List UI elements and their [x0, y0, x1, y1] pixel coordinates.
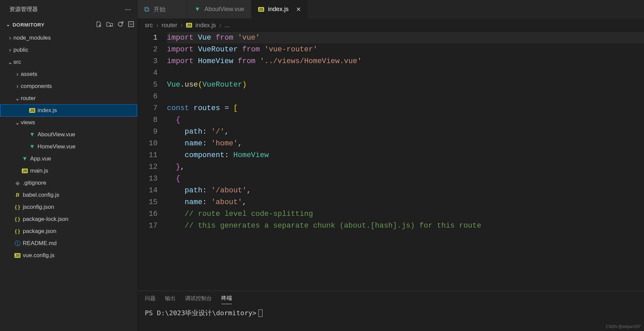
watermark: CSDN @wdyan297 [606, 324, 641, 329]
tree-folder[interactable]: ›components [0, 80, 137, 92]
tree-folder[interactable]: ⌄router [0, 92, 137, 104]
tree-file[interactable]: { }jsconfig.json [0, 201, 137, 213]
code-line[interactable]: import VueRouter from 'vue-router' [167, 44, 644, 55]
code-line[interactable]: path: '/', [167, 126, 644, 138]
vscode-icon: ⧉ [144, 5, 150, 14]
tree-item-label: README.md [23, 240, 57, 247]
tree-folder[interactable]: ›node_modules [0, 32, 137, 44]
breadcrumb-seg[interactable]: ... [225, 22, 230, 29]
panel-tab[interactable]: 问题 [145, 293, 156, 304]
tree-item-label: babel.config.js [23, 192, 59, 198]
breadcrumb-seg[interactable]: src [145, 22, 153, 29]
panel-tab[interactable]: 终端 [221, 293, 232, 304]
tree-item-label: package.json [23, 228, 56, 235]
sidebar-title: 资源管理器 [9, 5, 38, 13]
tree-item-label: main.js [30, 168, 48, 174]
tab-label: AboutView.vue [204, 6, 244, 13]
new-file-icon[interactable] [96, 21, 102, 29]
code-editor[interactable]: 1234567891011121314151617 import Vue fro… [137, 32, 644, 291]
collapse-icon[interactable] [128, 21, 134, 29]
chevron-right-icon: › [14, 71, 21, 78]
tree-file[interactable]: ▼App.vue [0, 153, 137, 165]
editor-main: ⧉开始▼AboutView.vueJSindex.js✕ src › route… [137, 0, 644, 331]
code-line[interactable]: import Vue from 'vue' [167, 32, 644, 44]
vue-icon: ▼ [194, 6, 200, 13]
breadcrumb-seg[interactable]: index.js [195, 22, 216, 29]
tree-item-label: src [13, 59, 21, 65]
line-gutter: 1234567891011121314151617 [137, 32, 167, 291]
chevron-down-icon: ⌄ [7, 59, 13, 66]
tree-item-label: router [21, 95, 36, 102]
code-line[interactable]: path: '/about', [167, 185, 644, 196]
panel-tab[interactable]: 调试控制台 [185, 293, 212, 304]
file-tree: ›node_modules›public⌄src›assets›componen… [0, 31, 137, 331]
code-area[interactable]: import Vue from 'vue'import VueRouter fr… [167, 32, 644, 291]
tree-file[interactable]: { }package-lock.json [0, 213, 137, 225]
editor-tabs: ⧉开始▼AboutView.vueJSindex.js✕ [137, 0, 644, 18]
code-line[interactable]: { [167, 114, 644, 126]
js-icon: JS [186, 23, 192, 28]
tree-folder[interactable]: ›public [0, 44, 137, 56]
sidebar-more-icon[interactable]: ··· [125, 5, 131, 14]
chevron-down-icon: ⌄ [6, 21, 11, 28]
tree-item-label: App.vue [30, 155, 51, 162]
tree-item-label: index.js [38, 107, 57, 114]
chevron-right-icon: › [181, 22, 183, 29]
tree-item-label: assets [21, 71, 37, 78]
tree-file[interactable]: ▼HomeView.vue [0, 141, 137, 153]
tree-file[interactable]: JSmain.js [0, 165, 137, 177]
tree-item-label: .gitignore [23, 180, 46, 186]
panel-tab[interactable]: 输出 [165, 293, 176, 304]
tab-label: 开始 [154, 5, 166, 13]
tree-item-label: jsconfig.json [23, 204, 54, 210]
chevron-right-icon: › [156, 22, 158, 29]
tree-file[interactable]: JSindex.js [0, 104, 137, 116]
tab-label: index.js [268, 6, 289, 13]
chevron-right-icon: › [219, 22, 221, 29]
terminal-cursor [258, 310, 262, 317]
tree-file[interactable]: { }package.json [0, 225, 137, 237]
code-line[interactable]: import HomeView from '../views/HomeView.… [167, 55, 644, 67]
code-line[interactable]: const routes = [ [167, 102, 644, 114]
tree-folder[interactable]: ⌄views [0, 116, 137, 129]
tree-item-label: node_modules [13, 35, 51, 41]
code-line[interactable] [167, 67, 644, 79]
tree-file[interactable]: ▼AboutView.vue [0, 129, 137, 141]
code-line[interactable] [167, 91, 644, 102]
code-line[interactable]: component: HomeView [167, 149, 644, 161]
code-line[interactable]: Vue.use(VueRouter) [167, 79, 644, 91]
tree-item-label: AboutView.vue [38, 131, 75, 138]
editor-tab[interactable]: JSindex.js✕ [251, 0, 308, 18]
tree-item-label: package-lock.json [23, 216, 68, 223]
tree-folder[interactable]: ›assets [0, 68, 137, 80]
breadcrumb[interactable]: src › router › JS index.js › ... [137, 18, 644, 32]
tree-file[interactable]: ⓘREADME.md [0, 237, 137, 249]
breadcrumb-seg[interactable]: router [162, 22, 177, 29]
chevron-right-icon: › [7, 35, 13, 41]
tree-item-label: vue.config.js [23, 252, 55, 259]
tree-item-label: views [21, 119, 35, 126]
code-line[interactable]: }, [167, 161, 644, 173]
tree-file[interactable]: JSvue.config.js [0, 249, 137, 262]
code-line[interactable]: name: 'about', [167, 196, 644, 208]
editor-tab[interactable]: ⧉开始 [137, 0, 188, 18]
code-line[interactable]: name: 'home', [167, 138, 644, 149]
terminal[interactable]: PS D:\2023毕业设计\dormitory> [137, 306, 644, 331]
project-name: DORMITORY [13, 22, 45, 28]
code-line[interactable]: // this generates a separate chunk (abou… [167, 220, 644, 232]
chevron-down-icon: ⌄ [14, 95, 21, 102]
tree-folder[interactable]: ⌄src [0, 56, 137, 68]
new-folder-icon[interactable] [106, 21, 113, 29]
tree-file[interactable]: ◆.gitignore [0, 177, 137, 189]
chevron-right-icon: › [7, 47, 13, 53]
code-line[interactable]: { [167, 173, 644, 185]
editor-tab[interactable]: ▼AboutView.vue [188, 0, 251, 18]
refresh-icon[interactable] [117, 21, 124, 29]
panel-tabs: 问题输出调试控制台终端 [137, 291, 644, 306]
code-line[interactable]: // route level code-splitting [167, 208, 644, 220]
tree-file[interactable]: Bbabel.config.js [0, 189, 137, 201]
tree-item-label: HomeView.vue [38, 143, 75, 150]
close-icon[interactable]: ✕ [296, 6, 301, 13]
project-header[interactable]: ⌄ DORMITORY [0, 18, 137, 31]
chevron-down-icon: ⌄ [14, 119, 21, 126]
